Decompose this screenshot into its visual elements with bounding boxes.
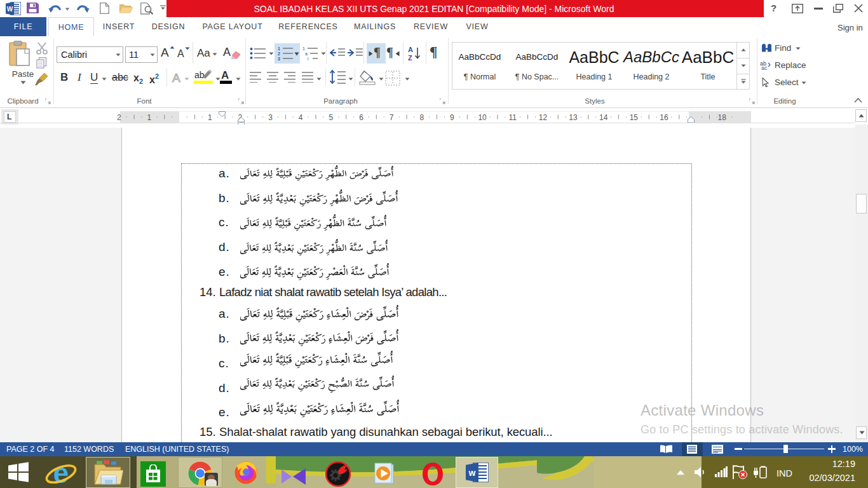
svg-text:18: 18 bbox=[718, 113, 727, 122]
svg-text:a: a bbox=[305, 51, 308, 56]
svg-text:4: 4 bbox=[299, 113, 303, 122]
svg-text:12: 12 bbox=[539, 113, 548, 122]
svg-text:W: W bbox=[7, 6, 13, 13]
svg-text:9: 9 bbox=[450, 113, 454, 122]
svg-text:Z: Z bbox=[408, 54, 412, 62]
svg-text:2: 2 bbox=[117, 113, 121, 122]
svg-text:ac: ac bbox=[761, 65, 768, 70]
svg-text:1: 1 bbox=[278, 46, 280, 51]
svg-text:1: 1 bbox=[147, 113, 152, 122]
svg-text:6: 6 bbox=[359, 113, 363, 122]
svg-text:A: A bbox=[408, 46, 413, 53]
svg-text:10: 10 bbox=[478, 113, 487, 122]
svg-text:13: 13 bbox=[569, 113, 578, 122]
svg-text:15: 15 bbox=[630, 113, 639, 122]
svg-text:2: 2 bbox=[278, 51, 280, 56]
svg-text:w: w bbox=[468, 468, 476, 478]
svg-text:3: 3 bbox=[268, 113, 273, 122]
svg-text:5: 5 bbox=[329, 113, 334, 122]
svg-text:1: 1 bbox=[302, 46, 305, 51]
svg-text:1: 1 bbox=[208, 113, 212, 122]
svg-text:14: 14 bbox=[599, 113, 608, 122]
svg-text:3: 3 bbox=[278, 57, 280, 61]
svg-text:7: 7 bbox=[390, 113, 394, 122]
svg-text:i: i bbox=[308, 57, 309, 61]
svg-text:11: 11 bbox=[509, 113, 517, 122]
svg-text:16: 16 bbox=[660, 113, 668, 122]
svg-text:e: e bbox=[53, 460, 69, 488]
svg-text:8: 8 bbox=[419, 113, 424, 122]
